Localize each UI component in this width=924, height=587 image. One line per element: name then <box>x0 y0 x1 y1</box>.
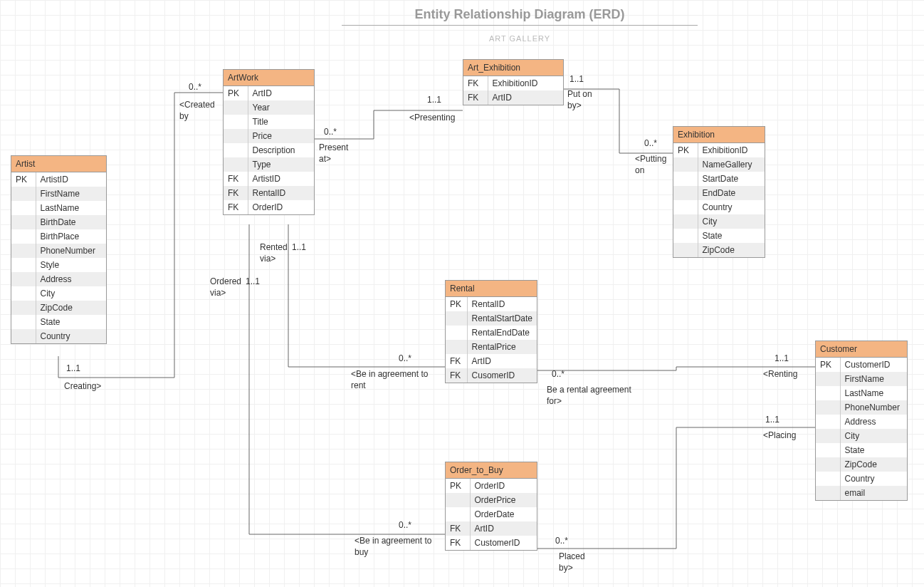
table-row: BirthPlace <box>11 229 106 244</box>
table-row: email <box>816 486 907 500</box>
entity-art-exhibition-header: Art_Exhibition <box>463 60 563 76</box>
table-row: Country <box>673 200 765 214</box>
entity-rental-rows: PKRentalIDRentalStartDateRentalEndDateRe… <box>446 297 537 383</box>
table-row: PKRentalID <box>446 297 537 311</box>
key-cell <box>11 329 36 343</box>
key-cell: FK <box>446 521 470 536</box>
field-cell: CusomerID <box>467 368 537 383</box>
key-cell <box>11 229 36 244</box>
key-cell <box>816 400 840 415</box>
table-row: LastName <box>11 201 106 215</box>
label-created-by-card: 0..* <box>189 82 201 93</box>
table-row: PhoneNumber <box>11 244 106 258</box>
key-cell <box>11 215 36 229</box>
label-rented-via-card: 1..1 <box>292 242 306 254</box>
key-cell: FK <box>463 90 488 105</box>
entity-artist[interactable]: Artist PKArtistIDFirstNameLastNameBirthD… <box>11 155 107 344</box>
field-cell: BirthDate <box>36 215 106 229</box>
table-row: FKCustomerID <box>446 536 537 550</box>
entity-customer-rows: PKCustomerIDFirstNameLastNamePhoneNumber… <box>816 358 907 500</box>
entity-order-header: Order_to_Buy <box>446 462 537 479</box>
entity-customer[interactable]: Customer PKCustomerIDFirstNameLastNamePh… <box>815 341 908 501</box>
diagram-title: Entity Relationship Diagram (ERD) <box>342 7 698 26</box>
label-rental-for-card: 0..* <box>552 369 565 380</box>
table-row: Country <box>816 472 907 486</box>
table-row: City <box>816 429 907 443</box>
field-cell: OrderID <box>470 479 537 493</box>
key-cell: PK <box>224 86 248 100</box>
key-cell: FK <box>463 76 488 90</box>
entity-art-exhibition[interactable]: Art_Exhibition FKExhibitionIDFKArtID <box>463 59 564 105</box>
entity-rental[interactable]: Rental PKRentalIDRentalStartDateRentalEn… <box>445 280 537 383</box>
entity-order-rows: PKOrderIDOrderPriceOrderDateFKArtIDFKCus… <box>446 479 537 550</box>
label-rental-for: Be a rental agreement for> <box>547 385 631 407</box>
table-row: City <box>11 286 106 301</box>
field-cell: OrderPrice <box>470 493 537 507</box>
label-renting-card: 1..1 <box>775 353 789 365</box>
label-placed-by-card: 0..* <box>555 536 568 547</box>
label-agree-buy-card: 0..* <box>399 520 411 531</box>
key-cell <box>816 457 840 472</box>
entity-artwork[interactable]: ArtWork PKArtIDYearTitlePriceDescription… <box>223 69 315 215</box>
table-row: FirstName <box>11 187 106 201</box>
entity-exhibition[interactable]: Exhibition PKExhibitionIDNameGalleryStar… <box>673 126 765 258</box>
field-cell: Country <box>840 472 907 486</box>
field-cell: RentalID <box>248 186 314 200</box>
key-cell: FK <box>224 200 248 214</box>
table-row: OrderDate <box>446 507 537 521</box>
diagram-subtitle: ART GALLERY <box>342 34 698 43</box>
field-cell: NameGallery <box>698 157 765 172</box>
table-row: FKOrderID <box>224 200 314 214</box>
field-cell: State <box>840 443 907 457</box>
table-row: PKArtistID <box>11 172 106 187</box>
key-cell <box>446 507 470 521</box>
table-row: RentalStartDate <box>446 311 537 326</box>
key-cell <box>673 186 698 200</box>
label-present-at-card: 0..* <box>324 127 337 138</box>
key-cell: FK <box>446 536 470 550</box>
table-row: FKArtID <box>446 354 537 368</box>
field-cell: City <box>36 286 106 301</box>
entity-exhibition-rows: PKExhibitionIDNameGalleryStartDateEndDat… <box>673 143 765 257</box>
table-row: Address <box>816 415 907 429</box>
field-cell: Country <box>36 329 106 343</box>
label-ordered-via-card: 1..1 <box>246 276 260 288</box>
key-cell <box>11 315 36 329</box>
field-cell: ArtistID <box>248 172 314 186</box>
key-cell <box>673 243 698 257</box>
table-row: PKOrderID <box>446 479 537 493</box>
key-cell <box>11 187 36 201</box>
field-cell: ZipCode <box>36 301 106 315</box>
label-presenting: <Presenting <box>409 113 455 124</box>
table-row: PKArtID <box>224 86 314 100</box>
table-row: BirthDate <box>11 215 106 229</box>
label-ordered-via: Ordered via> <box>210 276 241 298</box>
label-putting-on: <Putting on <box>635 154 666 176</box>
label-agree-rent-card: 0..* <box>399 353 411 365</box>
label-agree-rent: <Be in agreement to rent <box>351 369 428 391</box>
field-cell: BirthPlace <box>36 229 106 244</box>
entity-customer-header: Customer <box>816 341 907 358</box>
table-row: Type <box>224 157 314 172</box>
label-creating-card: 1..1 <box>66 363 80 375</box>
field-cell: Year <box>248 100 314 115</box>
table-row: Price <box>224 129 314 143</box>
field-cell: Address <box>840 415 907 429</box>
field-cell: Price <box>248 129 314 143</box>
label-created-by: <Created by <box>179 100 215 122</box>
label-placed-by: Placed by> <box>559 551 585 573</box>
field-cell: City <box>698 214 765 229</box>
field-cell: ExhibitionID <box>488 76 563 90</box>
table-row: LastName <box>816 386 907 400</box>
field-cell: RentalStartDate <box>467 311 537 326</box>
field-cell: OrderDate <box>470 507 537 521</box>
table-row: RentalEndDate <box>446 326 537 340</box>
field-cell: PhoneNumber <box>36 244 106 258</box>
key-cell <box>11 201 36 215</box>
entity-order[interactable]: Order_to_Buy PKOrderIDOrderPriceOrderDat… <box>445 462 537 551</box>
entity-artist-rows: PKArtistIDFirstNameLastNameBirthDateBirt… <box>11 172 106 343</box>
field-cell: State <box>36 315 106 329</box>
field-cell: ArtistID <box>36 172 106 187</box>
key-cell <box>446 340 467 354</box>
key-cell <box>816 429 840 443</box>
